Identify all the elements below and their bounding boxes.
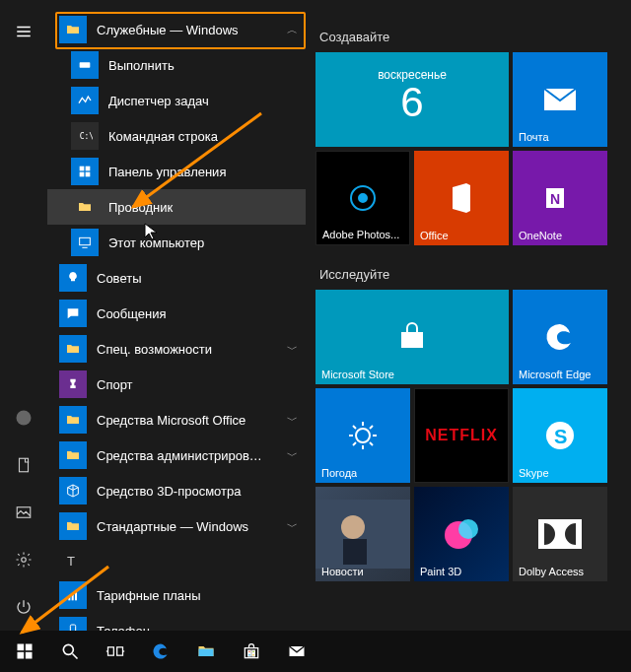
app-label: Проводник — [108, 200, 306, 215]
app-messages[interactable]: Сообщения — [47, 296, 306, 331]
tile-label: Skype — [519, 467, 549, 479]
app-label: Командная строка — [108, 129, 306, 144]
app-label: Тарифные планы — [97, 588, 306, 603]
app-label: Этот компьютер — [108, 235, 306, 250]
app-label: Средство 3D-просмотра — [97, 484, 306, 499]
folder-icon — [59, 16, 87, 43]
tile-label: Microsoft Edge — [519, 369, 591, 380]
tile-news[interactable]: Новости — [316, 487, 410, 581]
svg-rect-57 — [252, 654, 255, 657]
tile-photoshop[interactable]: Adobe Photos... — [316, 151, 410, 245]
svg-rect-54 — [248, 650, 251, 653]
svg-rect-9 — [80, 167, 85, 171]
documents-icon[interactable] — [0, 441, 47, 489]
svg-rect-52 — [199, 649, 214, 657]
tile-label: OneNote — [519, 230, 562, 241]
taskbar-explorer-icon[interactable] — [183, 631, 229, 672]
chevron-down-icon: ﹀ — [278, 448, 306, 463]
svg-rect-12 — [86, 172, 91, 177]
taskbar-store-icon[interactable] — [229, 631, 274, 672]
control-icon — [71, 158, 99, 185]
svg-text:S: S — [554, 426, 567, 447]
tile-label: Office — [420, 230, 449, 241]
app-this-pc[interactable]: Этот компьютер — [47, 225, 306, 260]
tile-label: Microsoft Store — [321, 369, 394, 380]
svg-line-29 — [370, 442, 373, 445]
svg-rect-55 — [252, 650, 255, 653]
tile-skype[interactable]: S Skype — [513, 388, 607, 483]
tile-paint3d[interactable]: Paint 3D — [414, 487, 509, 581]
tile-edge[interactable]: Microsoft Edge — [513, 290, 607, 384]
tips-icon — [59, 264, 87, 292]
taskview-icon[interactable] — [93, 631, 138, 672]
sport-icon — [59, 370, 87, 398]
start-menu: Служебные — Windows ︿ Выполнить Диспетче… — [0, 0, 631, 631]
netflix-logo: NETFLIX — [415, 389, 508, 482]
svg-rect-15 — [68, 596, 70, 600]
app-label: Средства администрирования... — [97, 448, 268, 463]
taskbar-mail-icon[interactable] — [274, 631, 319, 672]
tile-netflix[interactable]: NETFLIX — [414, 388, 509, 483]
group-title-explore[interactable]: Исследуйте — [319, 267, 631, 282]
app-taskmgr[interactable]: Диспетчер задач — [47, 83, 306, 118]
tile-office[interactable]: Office — [414, 151, 509, 245]
svg-rect-10 — [86, 167, 91, 171]
svg-rect-48 — [108, 647, 114, 655]
start-button[interactable] — [2, 631, 47, 672]
app-sport[interactable]: Спорт — [47, 367, 306, 402]
folder-office-tools[interactable]: Средства Microsoft Office ﹀ — [47, 402, 306, 437]
tile-label: Paint 3D — [420, 566, 461, 577]
folder-icon — [59, 406, 87, 434]
group-title-create[interactable]: Создавайте — [319, 30, 631, 44]
app-label: Советы — [97, 271, 306, 286]
tile-label: Погода — [321, 467, 357, 479]
tile-dolby[interactable]: Dolby Access — [513, 487, 607, 581]
tile-mail[interactable]: Почта — [513, 52, 607, 147]
rail — [0, 0, 47, 631]
hamburger-icon[interactable] — [0, 8, 47, 55]
app-label: Спорт — [97, 377, 306, 392]
folder-admin-tools[interactable]: Средства администрирования... ﹀ — [47, 437, 306, 473]
app-3dviewer[interactable]: Средство 3D-просмотра — [47, 473, 306, 508]
tile-label: Почта — [519, 131, 549, 143]
power-icon[interactable] — [0, 583, 47, 631]
calendar-date: 6 — [316, 82, 509, 123]
taskbar — [0, 631, 631, 672]
folder-accessories[interactable]: Стандартные — Windows ﹀ — [47, 508, 306, 544]
tile-store[interactable]: Microsoft Store — [316, 290, 509, 384]
svg-point-23 — [356, 429, 370, 442]
alpha-header[interactable]: Т — [47, 544, 306, 577]
app-phone[interactable]: Телефон — [47, 613, 306, 631]
svg-point-35 — [341, 515, 365, 539]
app-label: Панель управления — [108, 165, 306, 179]
app-list: Служебные — Windows ︿ Выполнить Диспетче… — [47, 0, 306, 631]
app-tips[interactable]: Советы — [47, 260, 306, 296]
app-cmd[interactable]: C:\ Командная строка — [47, 118, 306, 154]
svg-line-28 — [353, 426, 356, 429]
taskmgr-icon — [71, 87, 99, 114]
tile-calendar[interactable]: воскресенье 6 — [316, 52, 509, 147]
app-tariff[interactable]: Тарифные планы — [47, 577, 306, 613]
search-icon[interactable] — [47, 631, 93, 672]
cursor-icon — [144, 223, 158, 240]
taskbar-edge-icon[interactable] — [138, 631, 183, 672]
tile-onenote[interactable]: N OneNote — [513, 151, 607, 245]
folder-system-windows[interactable]: Служебные — Windows ︿ — [47, 12, 306, 47]
app-label: Телефон — [97, 624, 306, 632]
settings-icon[interactable] — [0, 536, 47, 583]
folder-accessibility[interactable]: Спец. возможности ﹀ — [47, 331, 306, 367]
svg-point-3 — [17, 411, 32, 426]
app-label: Сообщения — [97, 306, 306, 321]
app-explorer[interactable]: Проводник — [47, 189, 306, 225]
explorer-icon — [71, 193, 99, 221]
svg-rect-16 — [72, 594, 74, 601]
tile-label: Новости — [321, 566, 364, 577]
svg-point-46 — [63, 644, 73, 654]
user-icon[interactable] — [0, 394, 47, 441]
tile-weather[interactable]: Погода — [316, 388, 410, 483]
pictures-icon[interactable] — [0, 489, 47, 536]
app-run[interactable]: Выполнить — [47, 47, 306, 83]
run-icon — [71, 51, 99, 79]
svg-point-20 — [359, 194, 367, 202]
app-control-panel[interactable]: Панель управления — [47, 154, 306, 189]
